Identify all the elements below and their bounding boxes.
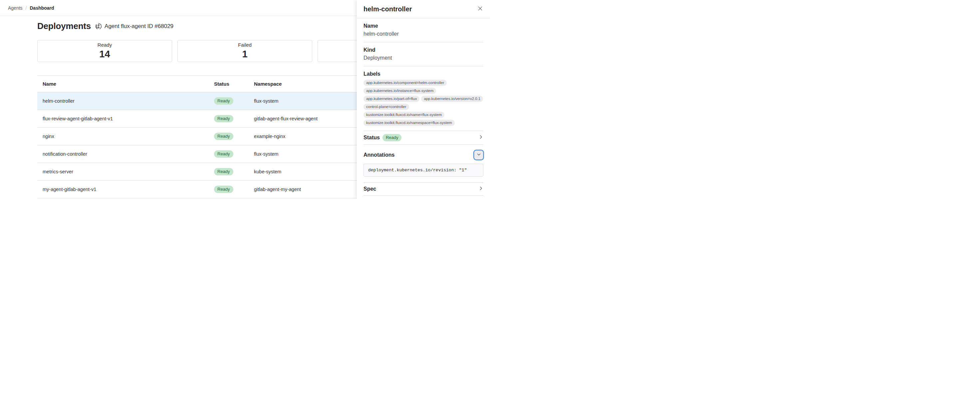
drawer-header: helm-controller (357, 0, 490, 18)
drawer-spec-section: Spec (364, 183, 483, 196)
status-badge: Ready (214, 185, 233, 193)
close-icon (478, 6, 483, 12)
status-badge: Ready (214, 168, 233, 175)
drawer-labels-section: Labels app.kubernetes.io/component=helm-… (364, 66, 483, 131)
drawer-status-badge: Ready (382, 134, 402, 141)
status-section-label: Status (364, 134, 380, 141)
kind-section-value: Deployment (364, 55, 483, 61)
cell-deployment-name: notification-controller (37, 151, 209, 157)
stat-card-value: 1 (242, 48, 247, 60)
agent-reference: Agent flux-agent ID #68029 (95, 23, 173, 30)
label-chip: kustomize.toolkit.fluxcd.io/name=flux-sy… (364, 112, 444, 118)
resource-detail-drawer: helm-controller Name helm-controller Kin… (357, 0, 490, 199)
breadcrumb-agents-link[interactable]: Agents (8, 5, 23, 11)
stat-card-value: 14 (99, 48, 110, 60)
stat-card-label: Ready (97, 42, 112, 48)
spec-section-label: Spec (364, 185, 376, 192)
drawer-annotations-section: Annotations deployment.kubernetes.io/rev… (364, 145, 483, 183)
label-chip: app.kubernetes.io/instance=flux-system (364, 88, 436, 94)
label-chip: app.kubernetes.io/part-of=flux (364, 96, 419, 102)
kind-section-label: Kind (364, 47, 483, 53)
drawer-kind-section: Kind Deployment (364, 42, 483, 66)
stat-card: Failed 1 (177, 40, 312, 62)
name-section-label: Name (364, 23, 483, 29)
column-header-name: Name (37, 81, 209, 87)
agent-label: Agent flux-agent ID #68029 (105, 23, 173, 30)
status-badge: Ready (214, 133, 233, 140)
cell-deployment-name: helm-controller (37, 98, 209, 104)
column-header-status: Status (209, 81, 249, 87)
labels-section-label: Labels (364, 71, 483, 77)
cell-deployment-name: flux-review-agent-gitlab-agent-v1 (37, 116, 209, 121)
label-chip: control-plane=controller (364, 104, 409, 110)
annotations-collapse-button[interactable] (474, 150, 483, 160)
drawer-status-section: Status Ready (364, 131, 483, 145)
label-chip: app.kubernetes.io/version=v2.0.1 (421, 96, 483, 102)
spec-expand-row[interactable]: Spec (364, 183, 483, 195)
stat-card: Ready 14 (37, 40, 172, 62)
cell-deployment-name: my-agent-gitlab-agent-v1 (37, 187, 209, 192)
status-badge: Ready (214, 150, 233, 158)
chevron-down-icon (477, 152, 481, 158)
status-expand-row[interactable]: Status Ready (364, 131, 483, 144)
page-title: Deployments (37, 21, 91, 31)
agent-icon (95, 23, 102, 30)
drawer-title: helm-controller (364, 5, 412, 13)
stat-card-label: Failed (238, 42, 252, 48)
annotations-code-block: deployment.kubernetes.io/revision: "1" (364, 164, 483, 177)
breadcrumb-current: Dashboard (30, 5, 54, 11)
cell-deployment-name: metrics-server (37, 169, 209, 174)
cell-deployment-name: nginx (37, 134, 209, 139)
labels-chip-list: app.kubernetes.io/component=helm-control… (364, 80, 483, 126)
status-badge: Ready (214, 115, 233, 122)
label-chip: kustomize.toolkit.fluxcd.io/namespace=fl… (364, 120, 455, 126)
chevron-right-icon (479, 186, 483, 192)
status-badge: Ready (214, 98, 233, 105)
drawer-close-button[interactable] (477, 5, 483, 13)
breadcrumb-separator: / (25, 5, 27, 11)
name-section-value: helm-controller (364, 31, 483, 37)
drawer-name-section: Name helm-controller (364, 18, 483, 42)
label-chip: app.kubernetes.io/component=helm-control… (364, 80, 447, 86)
annotations-section-label: Annotations (364, 152, 395, 158)
chevron-right-icon (479, 135, 483, 141)
